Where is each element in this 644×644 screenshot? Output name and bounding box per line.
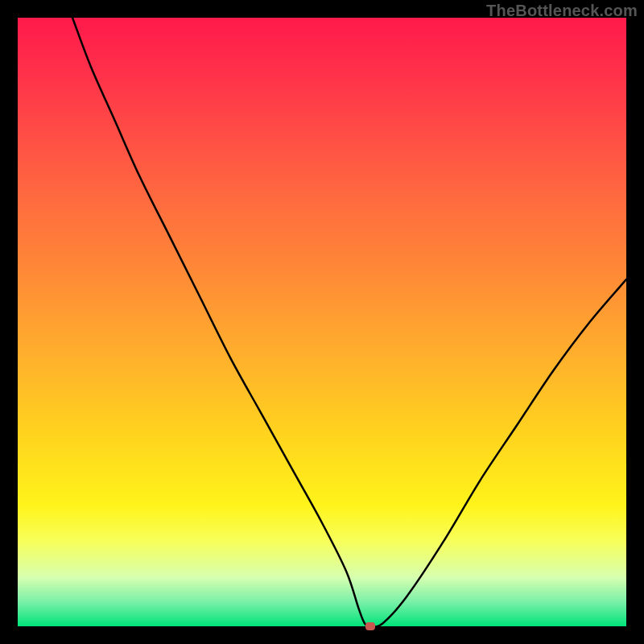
optimum-marker [365,622,375,630]
watermark-label: TheBottleneck.com [486,2,638,20]
chart-frame: TheBottleneck.com [0,0,644,644]
bottleneck-curve [18,18,626,626]
plot-area [18,18,626,626]
